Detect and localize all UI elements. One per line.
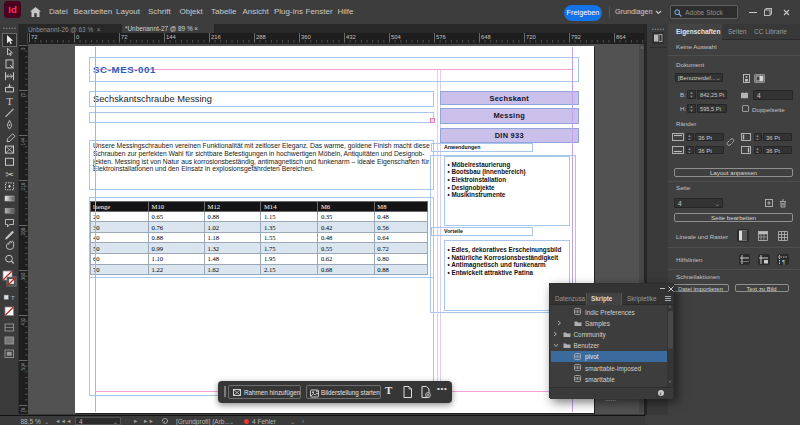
svg-text:288: 288 (256, 34, 266, 40)
svg-text:576: 576 (21, 407, 26, 413)
svg-text:648: 648 (481, 34, 491, 40)
svg-text:504: 504 (391, 34, 401, 40)
svg-text:144: 144 (166, 34, 176, 40)
svg-text:288: 288 (21, 227, 26, 235)
svg-text:72: 72 (121, 34, 127, 40)
svg-text:432: 432 (21, 317, 26, 325)
svg-text:360: 360 (21, 272, 26, 280)
svg-text:216: 216 (21, 182, 26, 190)
svg-text:T: T (6, 95, 13, 107)
svg-text:576: 576 (436, 34, 446, 40)
svg-text:0: 0 (76, 34, 79, 40)
svg-text:720: 720 (526, 34, 536, 40)
svg-text:T: T (11, 295, 15, 301)
svg-text:216: 216 (211, 34, 221, 40)
svg-text:432: 432 (346, 34, 356, 40)
svg-text:72: 72 (21, 92, 26, 98)
svg-text:144: 144 (21, 137, 26, 145)
svg-text:504: 504 (21, 362, 26, 370)
svg-text:✂: ✂ (5, 169, 13, 180)
svg-text:792: 792 (571, 34, 581, 40)
svg-text:0: 0 (21, 47, 26, 50)
svg-text:360: 360 (301, 34, 311, 40)
svg-text:¶: ¶ (782, 258, 785, 264)
svg-text:864: 864 (616, 34, 626, 40)
svg-text:72: 72 (31, 34, 37, 40)
